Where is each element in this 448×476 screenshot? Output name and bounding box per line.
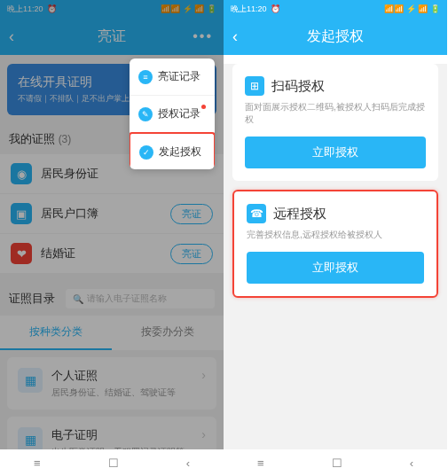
nav-button[interactable]: ≡ (257, 456, 264, 470)
notification-dot (201, 105, 206, 109)
auth-icon: ☎ (247, 204, 266, 223)
back-icon[interactable]: ‹ (232, 27, 238, 46)
auth-title: 远程授权 (273, 206, 326, 222)
nav-bar: ≡☐‹ (224, 449, 447, 476)
menu-label: 亮证记录 (158, 69, 200, 84)
auth-title: 扫码授权 (271, 78, 325, 95)
menu-icon: ✎ (138, 107, 153, 121)
nav-button[interactable]: ☐ (108, 456, 119, 470)
header: ‹ 发起授权 (224, 18, 447, 55)
status-icons: 📶📶 ⚡ 📶 🔋 (384, 4, 440, 13)
nav-button[interactable]: ☐ (332, 456, 342, 470)
nav-button[interactable]: ‹ (186, 456, 190, 470)
menu-label: 授权记录 (158, 106, 200, 121)
alarm-icon: ⏰ (271, 4, 280, 13)
auth-card: ⊞ 扫码授权 面对面展示授权二维码,被授权人扫码后完成授权 立即授权 (232, 64, 438, 181)
page-title: 发起授权 (307, 27, 364, 46)
auth-desc: 完善授权信息,远程授权给被授权人 (247, 229, 424, 241)
menu-item[interactable]: ≡ 亮证记录 (130, 59, 215, 96)
menu-item[interactable]: ✎ 授权记录 (130, 96, 215, 133)
auth-card: ☎ 远程授权 完善授权信息,远程授权给被授权人 立即授权 (232, 190, 438, 298)
menu-icon: ≡ (138, 70, 153, 84)
status-bar: 晚上11:20 ⏰ 📶📶 ⚡ 📶 🔋 (224, 0, 447, 18)
authorize-button[interactable]: 立即授权 (247, 252, 424, 284)
nav-button[interactable]: ‹ (410, 456, 413, 470)
nav-bar: ≡☐‹ (0, 449, 224, 476)
status-time: 晚上11:20 (231, 4, 267, 15)
menu-item[interactable]: ✓ 发起授权 (130, 132, 215, 169)
authorize-button[interactable]: 立即授权 (245, 137, 426, 168)
auth-desc: 面对面展示授权二维码,被授权人扫码后完成授权 (245, 101, 426, 126)
menu-icon: ✓ (139, 145, 153, 160)
dropdown-menu: ≡ 亮证记录 ✎ 授权记录 ✓ 发起授权 (130, 59, 215, 169)
menu-label: 发起授权 (159, 144, 201, 160)
auth-icon: ⊞ (245, 76, 264, 96)
nav-button[interactable]: ≡ (34, 456, 41, 470)
